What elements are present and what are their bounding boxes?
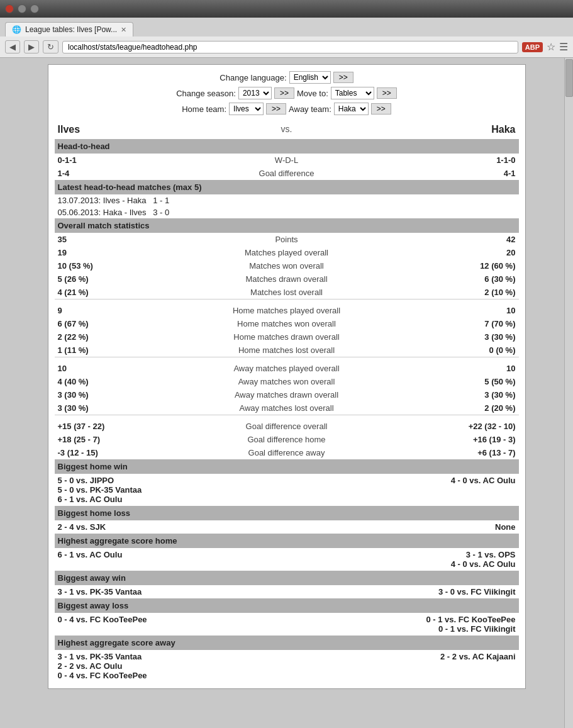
matches-lost-row: 4 (21 %) Matches lost overall 2 (10 %) [55,286,519,300]
biggest-home-loss-header: Biggest home loss [55,506,519,520]
home-won-right: 7 (70 %) [393,317,519,330]
highest-aggregate-away-left: 3 - 1 vs. PK-35 Vantaa 2 - 2 vs. AC Oulu… [55,650,393,682]
biggest-away-win-header: Biggest away win [55,571,519,585]
h2h-wdl-right: 1-1-0 [393,154,519,167]
biggest-home-loss-right: None [393,520,519,534]
adblock-button[interactable]: ABP [522,42,543,52]
window-titlebar [0,0,573,18]
home-played-left: 9 [55,304,181,317]
highest-aggregate-away-label: Highest aggregate score away [55,636,519,650]
biggest-home-loss-left: 2 - 4 vs. SJK [55,520,393,534]
h2h-wdl-center: W-D-L [181,154,393,167]
biggest-away-loss-header: Biggest away loss [55,598,519,613]
highest-aggregate-away-right: 2 - 2 vs. AC Kajaani [393,650,519,682]
h2h-goal-diff-center: Goal difference [181,167,393,180]
goal-diff-overall-center: Goal difference overall [181,420,393,433]
home-drawn-center: Home matches drawn overall [181,330,393,344]
matches-played-center: Matches played overall [181,246,393,259]
season-select[interactable]: 2013 2012 [238,87,272,99]
navigation-bar: ◀ ▶ ↻ ABP ☆ ☰ [0,36,573,58]
away-drawn-row: 3 (30 %) Away matches drawn overall 3 (3… [55,388,519,401]
away-drawn-center: Away matches drawn overall [181,388,393,401]
tab-title: League tables: Ilves [Pow... [25,25,117,34]
biggest-away-win-label: Biggest away win [55,571,519,585]
biggest-home-loss-label: Biggest home loss [55,506,519,520]
biggest-home-loss-row: 2 - 4 vs. SJK None [55,520,519,534]
away-drawn-left: 3 (30 %) [55,388,181,401]
matches-won-right: 12 (60 %) [393,259,519,272]
close-btn[interactable] [5,4,14,13]
match-2-text: 05.06.2013: Haka - Ilves 3 - 0 [55,206,519,218]
tab-close-icon[interactable]: ✕ [121,26,126,34]
points-left: 35 [55,233,181,246]
home-won-center: Home matches won overall [181,317,393,330]
biggest-home-win-right: 4 - 0 vs. AC Oulu [393,474,519,506]
matches-drawn-left: 5 (26 %) [55,272,181,286]
back-button[interactable]: ◀ [5,40,20,53]
latest-matches-label: Latest head-to-head matches (max 5) [55,180,519,194]
h2h-goal-diff-left: 1-4 [55,167,181,180]
menu-icon[interactable]: ☰ [559,41,568,53]
away-team-go-btn[interactable]: >> [371,103,391,115]
bookmark-icon[interactable]: ☆ [547,41,555,53]
move-to-select[interactable]: Tables Fixtures Results [331,87,374,99]
matches-won-left: 10 (53 %) [55,259,181,272]
refresh-button[interactable]: ↻ [43,40,58,53]
home-lost-row: 1 (11 %) Home matches lost overall 0 (0 … [55,344,519,357]
match-row-1: 13.07.2013: Ilves - Haka 1 - 1 [55,194,519,206]
home-team-go-btn[interactable]: >> [266,103,286,115]
matches-played-row: 19 Matches played overall 20 [55,246,519,259]
goal-diff-overall-left: +15 (37 - 22) [55,420,181,433]
active-tab[interactable]: 🌐 League tables: Ilves [Pow... ✕ [5,22,133,36]
matches-played-left: 19 [55,246,181,259]
h2h-wdl-row: 0-1-1 W-D-L 1-1-0 [55,154,519,167]
highest-aggregate-home-right: 3 - 1 vs. OPS 4 - 0 vs. AC Oulu [393,548,519,571]
minimize-btn[interactable] [18,4,26,13]
matches-drawn-center: Matches drawn overall [181,272,393,286]
goal-diff-overall-row: +15 (37 - 22) Goal difference overall +2… [55,420,519,433]
language-select[interactable]: English Finnish [289,71,331,84]
away-team-name: Haka [393,120,519,139]
tab-icon: 🌐 [12,25,21,34]
language-go-btn[interactable]: >> [333,72,353,83]
away-team-label: Away team: [289,104,331,114]
biggest-away-win-right: 3 - 0 vs. FC Viikingit [393,585,519,598]
forward-button[interactable]: ▶ [24,40,39,53]
goal-diff-away-row: -3 (12 - 15) Goal difference away +6 (13… [55,446,519,459]
address-bar[interactable] [62,41,518,53]
goal-diff-away-left: -3 (12 - 15) [55,446,181,459]
highest-aggregate-home-header: Highest aggregate score home [55,534,519,548]
scrollbar-thumb[interactable] [565,59,573,97]
match-1-text: 13.07.2013: Ilves - Haka 1 - 1 [55,194,519,206]
goal-diff-home-center: Goal difference home [181,433,393,446]
away-team-select[interactable]: Haka Ilves [334,103,369,115]
scrollbar[interactable] [564,58,573,728]
maximize-btn[interactable] [30,4,39,13]
home-won-row: 6 (67 %) Home matches won overall 7 (70 … [55,317,519,330]
head-to-head-label: Head-to-head [55,139,519,154]
head-to-head-header: Head-to-head [55,139,519,154]
match-row-2: 05.06.2013: Haka - Ilves 3 - 0 [55,206,519,218]
matches-played-right: 20 [393,246,519,259]
season-go-btn[interactable]: >> [274,87,294,99]
language-row: Change language: English Finnish >> [55,71,519,84]
away-played-left: 10 [55,362,181,375]
move-to-go-btn[interactable]: >> [377,87,397,99]
matches-won-center: Matches won overall [181,259,393,272]
latest-matches-header: Latest head-to-head matches (max 5) [55,180,519,194]
points-center: Points [181,233,393,246]
away-drawn-right: 3 (30 %) [393,388,519,401]
home-drawn-right: 3 (30 %) [393,330,519,344]
highest-aggregate-away-header: Highest aggregate score away [55,636,519,650]
home-team-select[interactable]: Ilves Haka [229,103,264,115]
away-won-center: Away matches won overall [181,375,393,388]
home-drawn-row: 2 (22 %) Home matches drawn overall 3 (3… [55,330,519,344]
highest-aggregate-away-row: 3 - 1 vs. PK-35 Vantaa 2 - 2 vs. AC Oulu… [55,650,519,682]
main-table: Ilves vs. Haka Head-to-head 0-1-1 W-D-L … [55,120,519,682]
biggest-away-win-left: 3 - 1 vs. PK-35 Vantaa [55,585,393,598]
tab-bar: 🌐 League tables: Ilves [Pow... ✕ [0,18,573,36]
highest-aggregate-home-row: 6 - 1 vs. AC Oulu 3 - 1 vs. OPS 4 - 0 vs… [55,548,519,571]
goal-diff-home-right: +16 (19 - 3) [393,433,519,446]
season-row: Change season: 2013 2012 >> Move to: Tab… [55,87,519,99]
biggest-home-win-label: Biggest home win [55,459,519,474]
